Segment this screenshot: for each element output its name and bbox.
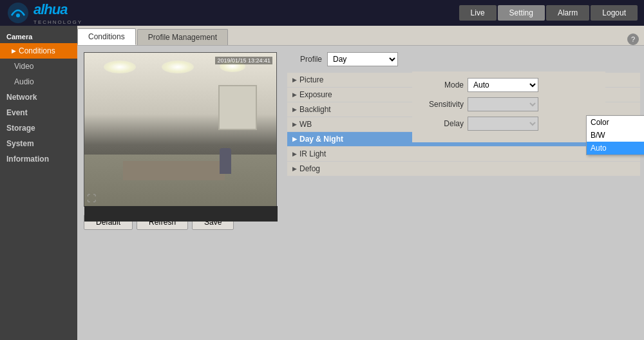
arrow-icon: ▶ xyxy=(12,48,16,54)
tab-conditions[interactable]: Conditions xyxy=(77,28,136,45)
fullscreen-icon[interactable]: ⛶ xyxy=(87,193,96,203)
tab-profile-management[interactable]: Profile Management xyxy=(137,29,228,45)
alarm-button[interactable]: Alarm xyxy=(546,5,589,21)
sidebar-camera-group: Camera ▶ Conditions Video Audio xyxy=(0,29,77,90)
sidebar-system-label: System xyxy=(6,139,34,148)
logo-name: alhua xyxy=(33,1,67,17)
video-timestamp: 2019/01/15 13:24:41 xyxy=(215,57,272,64)
cam-desk xyxy=(123,161,225,180)
cam-light2 xyxy=(162,61,194,73)
live-button[interactable]: Live xyxy=(459,5,497,21)
svg-point-1 xyxy=(16,14,20,17)
svg-point-0 xyxy=(8,3,28,23)
menu-ir-light-label: IR Light xyxy=(299,149,326,158)
sidebar-item-storage[interactable]: Storage xyxy=(0,120,77,136)
mode-dropdown: Color B/W Auto xyxy=(586,115,644,155)
delay-select-wrapper xyxy=(468,117,538,131)
menu-defog-label: Defog xyxy=(299,164,320,173)
mode-select-wrapper: Auto Color B/W xyxy=(468,78,538,92)
sidebar-item-network[interactable]: Network xyxy=(0,90,77,105)
menu-arrow-backlight: ▶ xyxy=(292,106,297,113)
top-nav: Live Setting Alarm Logout xyxy=(459,5,638,21)
cam-wall xyxy=(218,85,257,130)
top-bar: alhua TECHNOLOGY Live Setting Alarm Logo… xyxy=(0,0,644,26)
menu-arrow-picture: ▶ xyxy=(292,77,297,83)
mode-select[interactable]: Auto Color B/W xyxy=(468,78,538,92)
menu-picture-label: Picture xyxy=(299,75,323,84)
sensitivity-row: Sensitivity xyxy=(419,97,599,111)
menu-arrow-exposure: ▶ xyxy=(292,91,297,98)
sidebar-item-audio[interactable]: Audio xyxy=(0,74,77,90)
cam-person xyxy=(220,148,231,174)
menu-backlight-label: Backlight xyxy=(299,105,331,114)
delay-label: Delay xyxy=(419,119,464,128)
menu-wb-label: WB xyxy=(299,120,312,129)
profile-row: Profile Day Night Normal xyxy=(287,52,640,66)
mode-row: Mode Auto Color B/W xyxy=(419,78,599,92)
content-area: Conditions Profile Management ? xyxy=(77,26,644,340)
dropdown-item-auto[interactable]: Auto xyxy=(587,142,644,155)
logo-area: alhua TECHNOLOGY xyxy=(6,1,82,25)
sidebar-network-label: Network xyxy=(6,93,37,102)
help-icon[interactable]: ? xyxy=(627,33,639,45)
menu-exposure-label: Exposure xyxy=(299,90,332,99)
tab-content: 2019/01/15 13:24:41 ⛶ Default Refresh Sa… xyxy=(77,46,644,340)
sensitivity-label: Sensitivity xyxy=(419,100,464,109)
mode-label: Mode xyxy=(419,80,464,90)
profile-select-wrapper: Day Night Normal xyxy=(327,52,398,66)
setting-button[interactable]: Setting xyxy=(498,5,545,21)
menu-item-defog[interactable]: ▶ Defog xyxy=(287,162,640,176)
menu-arrow-ir-light: ▶ xyxy=(292,151,297,157)
sidebar-item-conditions[interactable]: ▶ Conditions xyxy=(0,43,77,59)
sidebar-camera-title: Camera xyxy=(0,29,77,43)
menu-arrow-wb: ▶ xyxy=(292,121,297,128)
settings-form: Mode Auto Color B/W Sensitivity xyxy=(412,71,605,142)
dropdown-item-color[interactable]: Color xyxy=(587,116,644,129)
video-container: 2019/01/15 13:24:41 ⛶ xyxy=(84,52,277,207)
sidebar-item-information[interactable]: Information xyxy=(0,151,77,167)
sensitivity-select[interactable] xyxy=(468,97,538,111)
sensitivity-select-wrapper xyxy=(468,97,538,111)
main-layout: Camera ▶ Conditions Video Audio Network … xyxy=(0,26,644,340)
sidebar-item-video[interactable]: Video xyxy=(0,59,77,74)
tabs-bar: Conditions Profile Management ? xyxy=(77,26,644,46)
logo-icon xyxy=(6,1,30,24)
sidebar-audio-label: Audio xyxy=(14,77,34,86)
sidebar-information-label: Information xyxy=(6,155,49,164)
sidebar: Camera ▶ Conditions Video Audio Network … xyxy=(0,26,77,340)
delay-row: Delay xyxy=(419,117,599,131)
video-scene xyxy=(84,53,276,206)
video-panel: 2019/01/15 13:24:41 ⛶ Default Refresh Sa… xyxy=(77,46,283,340)
sidebar-event-label: Event xyxy=(6,108,28,117)
profile-select[interactable]: Day Night Normal xyxy=(327,52,398,66)
sidebar-conditions-label: Conditions xyxy=(19,46,55,55)
cam-light1 xyxy=(104,61,136,73)
menu-arrow-defog: ▶ xyxy=(292,165,297,172)
sidebar-item-system[interactable]: System xyxy=(0,136,77,151)
profile-label: Profile xyxy=(300,55,322,64)
logout-button[interactable]: Logout xyxy=(591,5,638,21)
sidebar-storage-label: Storage xyxy=(6,124,35,133)
sidebar-video-label: Video xyxy=(14,62,33,71)
menu-day-night-label: Day & Night xyxy=(299,135,343,144)
sidebar-item-event[interactable]: Event xyxy=(0,105,77,120)
logo-sub: TECHNOLOGY xyxy=(33,19,82,25)
settings-panel: Profile Day Night Normal ▶ Picture xyxy=(283,46,644,340)
video-bottom-bar xyxy=(84,206,278,222)
delay-select[interactable] xyxy=(468,117,538,131)
dropdown-item-bw[interactable]: B/W xyxy=(587,129,644,142)
menu-arrow-day-night: ▶ xyxy=(292,136,297,142)
